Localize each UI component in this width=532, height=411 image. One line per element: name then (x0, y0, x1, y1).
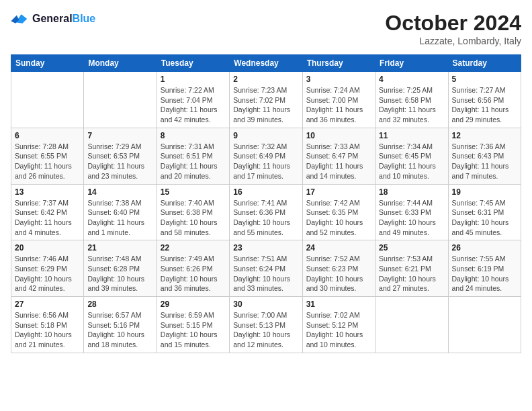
day-number: 22 (161, 243, 226, 253)
day-number: 5 (452, 75, 517, 84)
calendar-cell (375, 297, 448, 353)
day-number: 24 (306, 243, 371, 253)
day-info: Sunrise: 7:45 AM Sunset: 6:31 PM Dayligh… (452, 198, 517, 238)
week-row-3: 13Sunrise: 7:37 AM Sunset: 6:42 PM Dayli… (11, 184, 521, 240)
calendar-table: SundayMondayTuesdayWednesdayThursdayFrid… (11, 54, 521, 353)
calendar-cell: 25Sunrise: 7:53 AM Sunset: 6:21 PM Dayli… (375, 240, 448, 297)
day-info: Sunrise: 7:00 AM Sunset: 5:13 PM Dayligh… (233, 310, 298, 350)
day-number: 31 (306, 300, 371, 309)
calendar-cell: 16Sunrise: 7:41 AM Sunset: 6:36 PM Dayli… (230, 184, 302, 240)
day-info: Sunrise: 7:49 AM Sunset: 6:26 PM Dayligh… (161, 254, 226, 293)
day-number: 12 (452, 131, 517, 140)
calendar-cell: 12Sunrise: 7:36 AM Sunset: 6:43 PM Dayli… (448, 128, 521, 184)
day-number: 20 (15, 243, 80, 253)
day-info: Sunrise: 6:57 AM Sunset: 5:16 PM Dayligh… (87, 310, 152, 350)
month-title: October 2024 (385, 11, 521, 36)
calendar-cell: 10Sunrise: 7:33 AM Sunset: 6:47 PM Dayli… (302, 128, 375, 184)
calendar-cell: 30Sunrise: 7:00 AM Sunset: 5:13 PM Dayli… (230, 297, 302, 353)
day-info: Sunrise: 7:51 AM Sunset: 6:24 PM Dayligh… (233, 254, 298, 293)
day-info: Sunrise: 7:52 AM Sunset: 6:23 PM Dayligh… (306, 254, 371, 293)
day-number: 27 (15, 300, 80, 309)
day-number: 19 (452, 187, 517, 197)
day-info: Sunrise: 7:42 AM Sunset: 6:35 PM Dayligh… (306, 198, 371, 238)
week-row-4: 20Sunrise: 7:46 AM Sunset: 6:29 PM Dayli… (11, 240, 521, 297)
day-info: Sunrise: 7:22 AM Sunset: 7:04 PM Dayligh… (161, 85, 226, 125)
day-info: Sunrise: 7:23 AM Sunset: 7:02 PM Dayligh… (233, 85, 298, 125)
calendar-cell: 18Sunrise: 7:44 AM Sunset: 6:33 PM Dayli… (375, 184, 448, 240)
weekday-header-tuesday: Tuesday (157, 55, 229, 72)
day-number: 10 (306, 131, 371, 140)
day-info: Sunrise: 7:55 AM Sunset: 6:19 PM Dayligh… (452, 254, 517, 293)
day-number: 3 (306, 75, 371, 84)
calendar-cell: 4Sunrise: 7:25 AM Sunset: 6:58 PM Daylig… (375, 72, 448, 128)
day-number: 29 (161, 300, 226, 309)
day-info: Sunrise: 7:27 AM Sunset: 6:56 PM Dayligh… (452, 85, 517, 125)
day-info: Sunrise: 7:53 AM Sunset: 6:21 PM Dayligh… (379, 254, 444, 293)
calendar-cell: 7Sunrise: 7:29 AM Sunset: 6:53 PM Daylig… (84, 128, 157, 184)
day-info: Sunrise: 7:38 AM Sunset: 6:40 PM Dayligh… (87, 198, 152, 238)
day-info: Sunrise: 6:59 AM Sunset: 5:15 PM Dayligh… (161, 310, 226, 350)
logo: GeneralBlue (11, 11, 95, 27)
page-header: GeneralBlue October 2024 Lazzate, Lombar… (11, 11, 521, 46)
day-number: 17 (306, 187, 371, 197)
calendar-cell: 31Sunrise: 7:02 AM Sunset: 5:12 PM Dayli… (302, 297, 375, 353)
day-number: 7 (87, 131, 152, 140)
weekday-header-sunday: Sunday (11, 55, 84, 72)
title-block: October 2024 Lazzate, Lombardy, Italy (385, 11, 521, 46)
day-info: Sunrise: 7:44 AM Sunset: 6:33 PM Dayligh… (379, 198, 444, 238)
week-row-1: 1Sunrise: 7:22 AM Sunset: 7:04 PM Daylig… (11, 72, 521, 128)
calendar-cell: 19Sunrise: 7:45 AM Sunset: 6:31 PM Dayli… (448, 184, 521, 240)
weekday-header-row: SundayMondayTuesdayWednesdayThursdayFrid… (11, 55, 521, 72)
weekday-header-thursday: Thursday (302, 55, 375, 72)
calendar-cell: 28Sunrise: 6:57 AM Sunset: 5:16 PM Dayli… (84, 297, 157, 353)
calendar-cell: 9Sunrise: 7:32 AM Sunset: 6:49 PM Daylig… (230, 128, 302, 184)
day-number: 16 (233, 187, 298, 197)
calendar-cell: 23Sunrise: 7:51 AM Sunset: 6:24 PM Dayli… (230, 240, 302, 297)
calendar-cell: 11Sunrise: 7:34 AM Sunset: 6:45 PM Dayli… (375, 128, 448, 184)
day-info: Sunrise: 7:37 AM Sunset: 6:42 PM Dayligh… (15, 198, 80, 238)
day-info: Sunrise: 7:46 AM Sunset: 6:29 PM Dayligh… (15, 254, 80, 293)
weekday-header-wednesday: Wednesday (230, 55, 302, 72)
day-number: 21 (87, 243, 152, 253)
calendar-cell: 3Sunrise: 7:24 AM Sunset: 7:00 PM Daylig… (302, 72, 375, 128)
day-number: 9 (233, 131, 298, 140)
day-info: Sunrise: 7:40 AM Sunset: 6:38 PM Dayligh… (161, 198, 226, 238)
calendar-cell: 17Sunrise: 7:42 AM Sunset: 6:35 PM Dayli… (302, 184, 375, 240)
weekday-header-monday: Monday (84, 55, 157, 72)
calendar-cell (84, 72, 157, 128)
calendar-cell: 5Sunrise: 7:27 AM Sunset: 6:56 PM Daylig… (448, 72, 521, 128)
calendar-cell: 26Sunrise: 7:55 AM Sunset: 6:19 PM Dayli… (448, 240, 521, 297)
day-info: Sunrise: 6:56 AM Sunset: 5:18 PM Dayligh… (15, 310, 80, 350)
day-info: Sunrise: 7:48 AM Sunset: 6:28 PM Dayligh… (87, 254, 152, 293)
calendar-cell: 6Sunrise: 7:28 AM Sunset: 6:55 PM Daylig… (11, 128, 84, 184)
day-number: 25 (379, 243, 444, 253)
calendar-cell: 15Sunrise: 7:40 AM Sunset: 6:38 PM Dayli… (157, 184, 229, 240)
day-number: 14 (87, 187, 152, 197)
day-info: Sunrise: 7:28 AM Sunset: 6:55 PM Dayligh… (15, 142, 80, 181)
calendar-cell: 29Sunrise: 6:59 AM Sunset: 5:15 PM Dayli… (157, 297, 229, 353)
day-info: Sunrise: 7:02 AM Sunset: 5:12 PM Dayligh… (306, 310, 371, 350)
day-number: 11 (379, 131, 444, 140)
week-row-2: 6Sunrise: 7:28 AM Sunset: 6:55 PM Daylig… (11, 128, 521, 184)
day-number: 13 (15, 187, 80, 197)
day-info: Sunrise: 7:33 AM Sunset: 6:47 PM Dayligh… (306, 142, 371, 181)
day-number: 2 (233, 75, 298, 84)
calendar-cell: 21Sunrise: 7:48 AM Sunset: 6:28 PM Dayli… (84, 240, 157, 297)
location: Lazzate, Lombardy, Italy (385, 36, 521, 46)
day-number: 15 (161, 187, 226, 197)
day-info: Sunrise: 7:24 AM Sunset: 7:00 PM Dayligh… (306, 85, 371, 125)
calendar-cell: 20Sunrise: 7:46 AM Sunset: 6:29 PM Dayli… (11, 240, 84, 297)
calendar-cell: 27Sunrise: 6:56 AM Sunset: 5:18 PM Dayli… (11, 297, 84, 353)
calendar-cell: 24Sunrise: 7:52 AM Sunset: 6:23 PM Dayli… (302, 240, 375, 297)
day-number: 8 (161, 131, 226, 140)
day-number: 30 (233, 300, 298, 309)
day-number: 23 (233, 243, 298, 253)
weekday-header-friday: Friday (375, 55, 448, 72)
logo-icon (11, 11, 30, 27)
calendar-cell: 1Sunrise: 7:22 AM Sunset: 7:04 PM Daylig… (157, 72, 229, 128)
day-info: Sunrise: 7:31 AM Sunset: 6:51 PM Dayligh… (161, 142, 226, 181)
day-number: 28 (87, 300, 152, 309)
day-number: 4 (379, 75, 444, 84)
calendar-cell: 22Sunrise: 7:49 AM Sunset: 6:26 PM Dayli… (157, 240, 229, 297)
logo-text: GeneralBlue (32, 13, 95, 25)
